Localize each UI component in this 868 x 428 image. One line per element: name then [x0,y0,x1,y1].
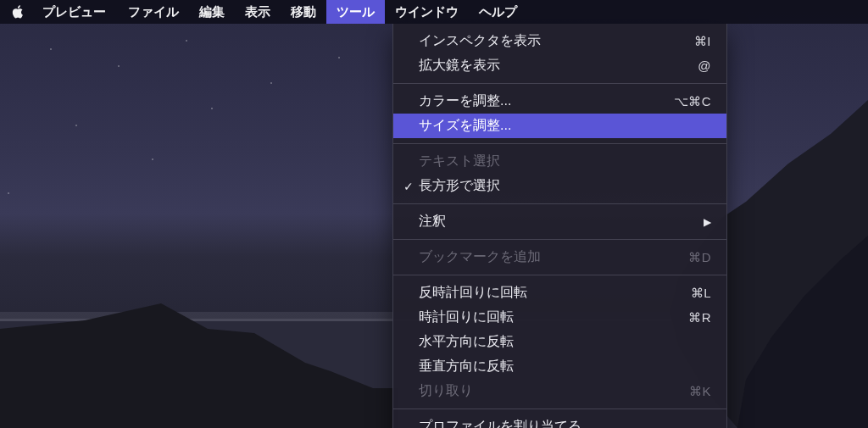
menubar-item-edit[interactable]: 編集 [189,0,235,24]
menubar-item-file[interactable]: ファイル [118,0,189,24]
menubar-item-tools[interactable]: ツール [326,0,385,24]
svg-point-1 [50,48,52,50]
checkmark-icon: ✓ [400,180,417,193]
menu-item[interactable]: 水平方向に反転 [393,330,726,354]
menu-item-label: 垂直方向に反転 [417,358,711,375]
menu-item-label: 切り取り [417,382,689,400]
menu-divider [393,275,726,275]
menu-item: 切り取り⌘K [393,379,726,403]
menu-item[interactable]: 反時計回りに回転⌘L [393,281,726,305]
menu-item-shortcut: ⌘L [691,286,711,301]
menu-item-label: 拡大鏡を表示 [417,57,698,75]
menu-item[interactable]: ✓長方形で選択 [393,174,726,198]
menu-item-shortcut: ⌥⌘C [674,94,711,109]
apple-logo-icon[interactable] [10,4,25,19]
menu-divider [393,143,726,144]
menu-divider [393,203,726,204]
svg-point-7 [211,108,213,109]
svg-point-8 [8,192,9,194]
menu-item-shortcut: @ [698,58,711,73]
menubar: プレビュー ファイル 編集 表示 移動 ツール ウインドウ ヘルプ [0,0,868,24]
menu-divider [393,239,726,240]
submenu-arrow-icon: ▶ [704,216,711,228]
menu-item[interactable]: 注釈▶ [393,209,726,234]
menu-item-label: プロファイルを割り当てる... [417,418,711,428]
svg-point-2 [118,65,120,67]
menu-item-shortcut: ⌘D [688,250,711,265]
menu-item: ブックマークを追加⌘D [393,245,726,270]
menu-item[interactable]: 拡大鏡を表示@ [393,53,726,78]
menu-item-shortcut: ⌘I [694,34,711,49]
menu-item-shortcut: ⌘R [688,310,711,325]
menu-item[interactable]: カラーを調整...⌥⌘C [393,89,726,114]
svg-point-9 [152,158,153,160]
menubar-item-help[interactable]: ヘルプ [469,0,527,24]
menubar-item-view[interactable]: 表示 [235,0,281,24]
menu-item-label: カラーを調整... [417,92,674,110]
menu-item-label: 水平方向に反転 [417,333,711,351]
menubar-item-go[interactable]: 移動 [281,0,326,24]
menubar-item-window[interactable]: ウインドウ [385,0,469,24]
menu-item[interactable]: サイズを調整... [393,114,726,138]
menu-item-label: インスペクタを表示 [417,32,694,50]
menu-divider [393,83,726,84]
menu-item-label: 時計回りに回転 [417,308,688,326]
menu-item-label: 注釈 [417,213,704,231]
svg-point-4 [270,82,272,84]
tools-menu-dropdown: インスペクタを表示⌘I拡大鏡を表示@カラーを調整...⌥⌘Cサイズを調整...テ… [392,24,727,428]
svg-point-5 [338,57,340,58]
menu-item: テキスト選択 [393,149,726,174]
menu-item-label: テキスト選択 [417,153,711,170]
menu-item-shortcut: ⌘K [689,384,711,399]
menu-divider [393,409,726,409]
menu-item-label: 反時計回りに回転 [417,284,691,302]
menu-item[interactable]: 垂直方向に反転 [393,354,726,379]
menu-item[interactable]: プロファイルを割り当てる... [393,414,726,428]
menu-item-label: サイズを調整... [417,117,711,135]
menu-item[interactable]: インスペクタを表示⌘I [393,29,726,53]
svg-point-6 [75,125,77,126]
menu-item-label: ブックマークを追加 [417,248,688,266]
menu-item[interactable]: 時計回りに回転⌘R [393,305,726,330]
menubar-app-name[interactable]: プレビュー [37,0,118,24]
menu-item-label: 長方形で選択 [417,177,711,195]
svg-point-3 [186,40,187,42]
